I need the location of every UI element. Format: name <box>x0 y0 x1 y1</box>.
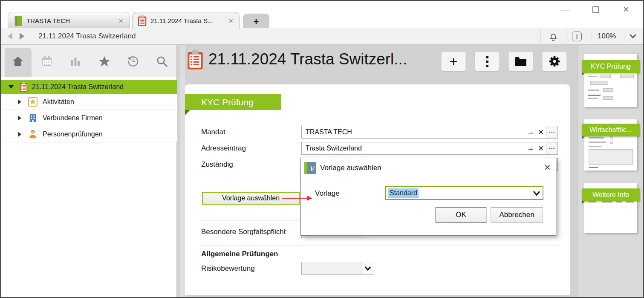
divider <box>540 30 541 42</box>
chevron-down-icon[interactable] <box>629 33 637 39</box>
goto-arrow-icon[interactable]: → <box>526 144 536 153</box>
field-label-besondere-sorgfaltspflicht: Besondere Sorgfaltspflicht <box>201 228 286 236</box>
breadcrumb: 21.11.2024 Trasta Switzerland <box>38 32 136 41</box>
tree-item-aktivitaeten[interactable]: Aktivitäten <box>1 94 177 110</box>
company-building-icon <box>28 113 38 123</box>
ok-button[interactable]: OK <box>436 207 486 223</box>
field-value: TRASTA TECH <box>302 128 526 136</box>
navigation-bar: 21.11.2024 Trasta Switzerland ! 100% <box>1 28 643 45</box>
forward-icon[interactable] <box>20 33 24 40</box>
section-banner: KYC Prüfung <box>185 94 281 110</box>
tree-item-personenpruefungen[interactable]: Personenprüfungen <box>1 126 177 142</box>
tab-trasta-tech[interactable]: TRASTA TECH × <box>8 12 130 29</box>
divider <box>180 45 185 298</box>
tree-item-label: Personenprüfungen <box>43 130 103 138</box>
close-tab-icon[interactable]: × <box>118 17 124 25</box>
add-button[interactable]: + <box>441 52 466 71</box>
banner-fold <box>582 73 585 76</box>
clipboard-icon <box>20 82 28 92</box>
close-dialog-icon[interactable]: × <box>544 161 551 174</box>
vorlage-combobox[interactable]: Standard <box>385 186 543 200</box>
expander-expand-icon[interactable] <box>18 99 21 104</box>
lookup-ellipsis-button[interactable]: ⋯ <box>546 126 557 138</box>
new-tab-button[interactable]: + <box>243 14 269 29</box>
divider <box>201 246 559 246</box>
lookup-ellipsis-button[interactable]: ⋯ <box>546 142 557 154</box>
notifications-bell-icon[interactable] <box>548 31 559 42</box>
clear-icon[interactable]: ✕ <box>536 128 546 137</box>
folder-icon <box>514 56 527 67</box>
person-icon <box>28 130 38 139</box>
combobox-selected-value: Standard <box>388 188 419 198</box>
divider <box>592 30 592 42</box>
vorlage-dialog: v Vorlage auswählen × Vorlage Standard O… <box>300 158 556 236</box>
mandat-field[interactable]: TRASTA TECH → ✕ ⋯ <box>301 126 558 139</box>
more-options-button[interactable] <box>475 52 500 71</box>
settings-button[interactable] <box>542 52 567 71</box>
cancel-button[interactable]: Abbrechen <box>491 207 543 223</box>
chart-icon[interactable] <box>69 55 81 67</box>
risikobewertung-dropdown[interactable] <box>301 262 374 275</box>
field-label-zustaendig: Zuständig <box>201 160 233 169</box>
chevron-down-icon <box>361 262 374 274</box>
divider <box>566 30 566 42</box>
gear-icon <box>549 55 560 67</box>
clear-icon[interactable]: ✕ <box>536 144 546 153</box>
dialog-field-label: Vorlage <box>315 189 340 198</box>
binder-icon <box>13 15 23 26</box>
tree-item-dossier[interactable]: 21.11.2024 Trasta Switzerland <box>1 80 177 94</box>
tab-label: TRASTA TECH <box>26 17 70 24</box>
goto-arrow-icon[interactable]: → <box>526 128 536 136</box>
minimize-button[interactable]: — <box>558 4 571 14</box>
banner-fold <box>582 136 585 139</box>
sidebar-toolbar <box>1 45 176 77</box>
adresseintrag-field[interactable]: Trasta Switzerland → ✕ ⋯ <box>301 142 558 155</box>
tree-item-verbundene-firmen[interactable]: Verbundene Firmen <box>1 110 177 126</box>
left-sidebar: 21.11.2024 Trasta Switzerland Aktivitäte… <box>1 45 177 298</box>
back-icon[interactable] <box>8 33 12 40</box>
expander-collapse-icon[interactable] <box>9 85 14 89</box>
page-title: 21.11.2024 Trasta Switzerl... <box>208 50 439 68</box>
tree-item-label: Aktivitäten <box>43 98 74 106</box>
application-window: — × TRASTA TECH × <box>0 0 644 298</box>
home-icon[interactable] <box>12 55 24 67</box>
folder-button[interactable] <box>508 52 533 71</box>
tree-item-label: Verbundene Firmen <box>43 114 103 122</box>
divider <box>624 30 624 42</box>
field-label-risikobewertung: Risikobewertung <box>201 264 255 273</box>
tab-trasta-switzerland[interactable]: 21.11.2024 Trasta S... × <box>132 12 240 29</box>
thumbnail-banner: Wirtschaftlic... <box>582 124 640 136</box>
close-window-button[interactable]: × <box>620 4 632 14</box>
page-thumbnails-sidebar: KYC Prüfung Wirtschaftlic... Weitere Inf… <box>577 45 643 298</box>
search-icon[interactable] <box>156 55 168 67</box>
clipboard-icon <box>187 50 203 70</box>
history-icon[interactable] <box>127 55 139 67</box>
expander-expand-icon[interactable] <box>18 132 21 137</box>
clipboard-icon <box>138 15 147 26</box>
field-value: Trasta Switzerland <box>302 145 526 152</box>
field-label-adresseintrag: Adresseintrag <box>201 144 246 153</box>
star-icon[interactable] <box>98 55 110 67</box>
annotation-arrow <box>282 195 313 202</box>
expander-expand-icon[interactable] <box>18 116 21 121</box>
section-heading-allgemeine: Allgemeine Prüfungen <box>201 250 278 258</box>
close-tab-icon[interactable]: × <box>228 17 234 25</box>
field-label-mandat: Mandat <box>201 128 225 136</box>
maximize-button[interactable] <box>589 4 602 14</box>
tab-label: 21.11.2024 Trasta S... <box>150 17 213 24</box>
tree-item-label: 21.11.2024 Trasta Switzerland <box>32 83 124 91</box>
dialog-title: Vorlage auswählen <box>320 164 381 172</box>
thumbnail-banner: KYC Prüfung <box>582 60 640 73</box>
app-logo-icon: v <box>304 162 316 174</box>
zoom-level[interactable]: 100% <box>598 32 616 41</box>
thumbnail-banner: Weitere Info <box>582 188 640 201</box>
activities-star-icon <box>28 97 38 107</box>
alert-icon[interactable]: ! <box>572 32 582 41</box>
banner-fold <box>185 110 190 115</box>
maximize-icon <box>592 6 599 13</box>
calendar-icon[interactable] <box>41 55 53 67</box>
chevron-down-icon[interactable] <box>531 187 543 199</box>
banner-fold <box>582 201 585 204</box>
